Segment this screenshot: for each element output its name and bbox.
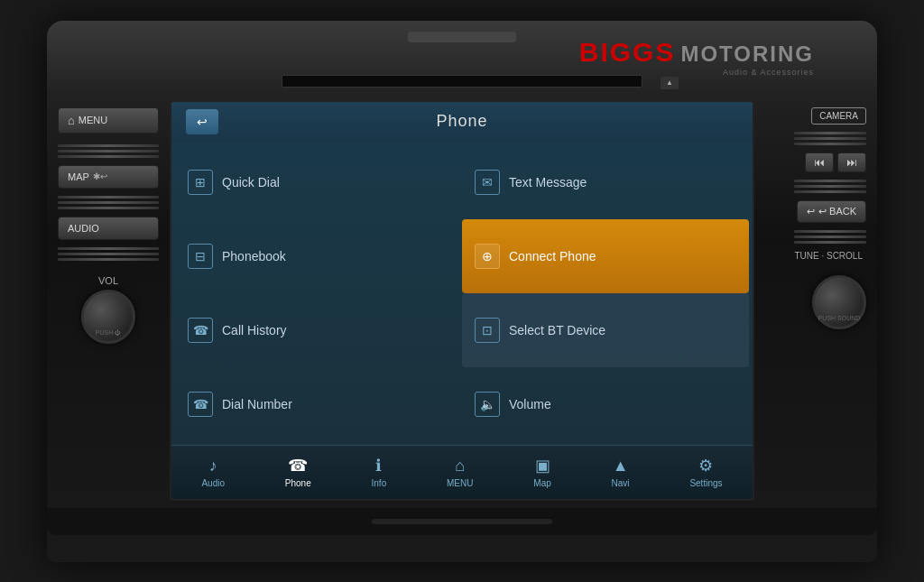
menu-item-dial-number[interactable]: ☎ Dial Number <box>175 367 462 441</box>
info-nav-label: Info <box>372 478 387 488</box>
connect-phone-icon: ⊕ <box>475 244 500 269</box>
camera-button[interactable]: CAMERA <box>811 107 866 125</box>
push-sound-label: PUSH SOUND <box>818 315 861 321</box>
push-label: PUSH ⏻ <box>96 329 121 336</box>
dial-number-label: Dial Number <box>222 397 292 411</box>
quick-dial-label: Quick Dial <box>222 175 280 189</box>
vent-group-right-3 <box>794 230 866 244</box>
navi-nav-label: Navi <box>612 478 630 488</box>
screen-wrapper: ↩ Phone ⊞ Quick Dial ✉ Text Message <box>170 100 754 501</box>
tune-scroll-label: TUNE · SCROLL <box>794 251 866 261</box>
menu-item-quick-dial[interactable]: ⊞ Quick Dial <box>175 145 462 219</box>
text-message-label: Text Message <box>509 175 587 189</box>
menu-item-connect-phone[interactable]: ⊕ Connect Phone <box>462 219 749 293</box>
back-text-icon: ↩ <box>807 206 815 217</box>
select-bt-icon: ⊡ <box>475 318 500 343</box>
left-controls: ⌂ MENU MAP ✱↩ AUDIO <box>54 100 162 501</box>
menu-item-text-message[interactable]: ✉ Text Message <box>462 145 749 219</box>
menu-item-call-history[interactable]: ☎ Call History <box>175 293 462 367</box>
back-text-label: ↩ BACK <box>818 206 856 217</box>
settings-nav-label: Settings <box>689 478 722 488</box>
map-icon: ✱↩ <box>93 171 107 181</box>
nav-bar: ♪ Audio ☎ Phone ℹ Info ⌂ MENU <box>171 445 753 499</box>
settings-nav-icon: ⚙ <box>698 456 713 476</box>
nav-menu[interactable]: ⌂ MENU <box>439 453 480 492</box>
screen: ↩ Phone ⊞ Quick Dial ✉ Text Message <box>171 102 753 499</box>
phone-nav-icon: ☎ <box>288 456 308 476</box>
phone-nav-label: Phone <box>285 478 311 488</box>
map-nav-icon: ▣ <box>535 456 550 476</box>
nav-info[interactable]: ℹ Info <box>365 452 394 492</box>
vent-group-3 <box>58 247 159 261</box>
audio-nav-icon: ♪ <box>209 457 217 476</box>
call-history-label: Call History <box>222 323 287 337</box>
select-bt-label: Select BT Device <box>509 323 605 337</box>
prev-button[interactable]: ⏮ <box>805 152 834 172</box>
vent-group-1 <box>58 144 159 158</box>
watermark-sub: Audio & Accessories <box>723 68 814 77</box>
watermark: BIGGS MOTORING Audio & Accessories <box>579 37 814 77</box>
vent-group-right-1 <box>794 132 866 145</box>
quick-dial-icon: ⊞ <box>188 170 213 195</box>
watermark-motoring: MOTORING <box>680 42 814 67</box>
menu-nav-icon: ⌂ <box>455 457 465 476</box>
text-message-icon: ✉ <box>475 170 500 195</box>
right-knob-area: PUSH SOUND <box>812 275 866 329</box>
vol-knob-area: VOL PUSH ⏻ <box>58 275 159 344</box>
camera-label: CAMERA <box>819 111 858 121</box>
audio-nav-label: Audio <box>201 478 225 488</box>
map-nav-label: Map <box>533 478 550 488</box>
navi-nav-icon: ▲ <box>613 457 629 476</box>
home-icon: ⌂ <box>68 114 75 127</box>
right-controls: CAMERA ⏮ ⏭ ↩ ↩ BACK <box>762 100 870 501</box>
info-nav-icon: ℹ <box>375 456 382 476</box>
nav-audio[interactable]: ♪ Audio <box>194 453 232 492</box>
menu-item-select-bt[interactable]: ⊡ Select BT Device <box>462 293 749 367</box>
screen-back-button[interactable]: ↩ <box>186 109 218 134</box>
head-unit: BIGGS MOTORING Audio & Accessories ▲ ⌂ M… <box>47 21 877 562</box>
vent-group-right-2 <box>794 180 866 193</box>
phonebook-icon: ⊟ <box>188 244 213 269</box>
menu-item-volume[interactable]: 🔈 Volume <box>462 367 749 441</box>
audio-button[interactable]: AUDIO <box>58 217 159 240</box>
screen-header: ↩ Phone <box>171 102 753 142</box>
screen-title: Phone <box>229 112 695 131</box>
next-button[interactable]: ⏭ <box>837 152 866 172</box>
skip-buttons: ⏮ ⏭ <box>805 152 866 172</box>
volume-label: Volume <box>509 397 551 411</box>
menu-button[interactable]: ⌂ MENU <box>58 107 159 134</box>
bottom-strip <box>47 508 877 535</box>
vol-knob[interactable]: PUSH ⏻ <box>81 290 135 344</box>
dial-number-icon: ☎ <box>188 392 213 417</box>
eject-button[interactable]: ▲ <box>661 77 679 89</box>
connect-phone-label: Connect Phone <box>509 249 596 263</box>
menu-nav-label: MENU <box>447 478 473 488</box>
menu-grid: ⊞ Quick Dial ✉ Text Message ⊟ Phonebook <box>171 142 753 445</box>
nav-navi[interactable]: ▲ Navi <box>605 453 637 492</box>
vent-group-2 <box>58 196 159 209</box>
call-history-icon: ☎ <box>188 318 213 343</box>
nav-map[interactable]: ▣ Map <box>526 452 558 492</box>
volume-icon: 🔈 <box>475 392 500 417</box>
main-body: ⌂ MENU MAP ✱↩ AUDIO <box>47 93 877 508</box>
nav-settings[interactable]: ⚙ Settings <box>682 452 729 492</box>
vol-label: VOL <box>98 275 118 286</box>
back-arrow-icon: ↩ <box>197 115 208 129</box>
map-button[interactable]: MAP ✱↩ <box>58 165 159 189</box>
back-text-button[interactable]: ↩ ↩ BACK <box>797 200 866 223</box>
phonebook-label: Phonebook <box>222 249 286 263</box>
menu-item-phonebook[interactable]: ⊟ Phonebook <box>175 219 462 293</box>
nav-phone[interactable]: ☎ Phone <box>278 452 319 492</box>
tune-knob[interactable]: PUSH SOUND <box>812 275 866 329</box>
watermark-biggs: BIGGS <box>579 37 676 68</box>
